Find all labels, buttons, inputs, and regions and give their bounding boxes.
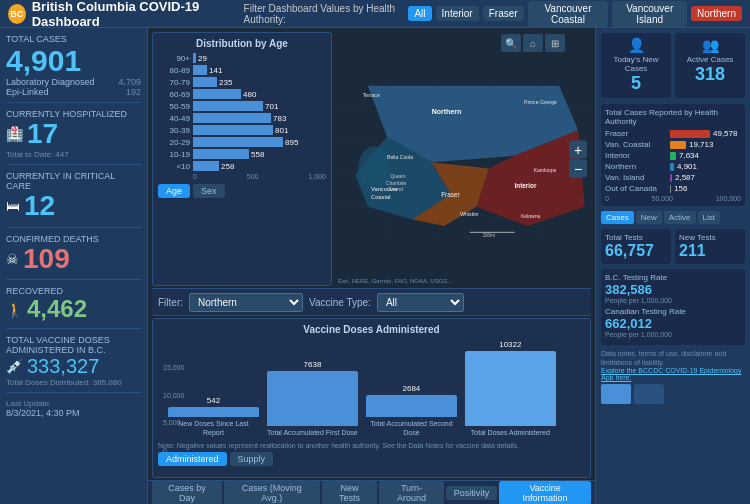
ha-bar-fill xyxy=(670,185,671,193)
age-label: 80-89 xyxy=(158,66,190,75)
ha-axis-50k: 50,000 xyxy=(652,195,673,202)
ha-tab-list[interactable]: List xyxy=(698,211,720,224)
explore-link[interactable]: Explore the BCCDC COVID-19 Epidemiology … xyxy=(601,367,745,381)
critical-care-block: Currently in Critical Care 🛏 12 xyxy=(6,171,141,228)
critical-care-label: Currently in Critical Care xyxy=(6,171,141,191)
right-sidebar: 👤 Today's New Cases 5 👥 Active Cases 318… xyxy=(595,28,750,504)
age-bar-row: <10258 xyxy=(158,161,326,171)
ha-bar-row: Out of Canada156 xyxy=(605,184,741,193)
zoom-out-btn[interactable]: − xyxy=(569,160,587,178)
age-bar xyxy=(193,161,219,171)
y-15000: 15,000 xyxy=(163,364,184,371)
filter-all[interactable]: All xyxy=(408,6,431,21)
age-bar-value: 895 xyxy=(285,138,298,147)
total-cases-block: Total Cases 4,901 Laboratory Diagnosed 4… xyxy=(6,34,141,103)
svg-text:Northern: Northern xyxy=(432,108,462,115)
hospital-icon: 🏥 xyxy=(6,126,23,142)
last-update-value: 8/3/2021, 4:30 PM xyxy=(6,408,141,418)
critical-care-value: 12 xyxy=(24,191,55,222)
todays-cases-value: 5 xyxy=(605,73,667,94)
data-notes-text: Data notes, terms of use, disclaimer and… xyxy=(601,350,726,366)
y-5000: 5,000 xyxy=(163,419,184,426)
vbar-val-1: 7638 xyxy=(304,360,322,369)
logo-area xyxy=(601,384,745,404)
vbar-1 xyxy=(267,371,358,426)
map-home-btn[interactable]: ⌂ xyxy=(523,34,543,52)
filter-van-coastal[interactable]: Vancouver Coastal xyxy=(528,1,609,27)
map-search-btn[interactable]: 🔍 xyxy=(501,34,521,52)
ha-tab-new[interactable]: New xyxy=(636,211,662,224)
tab-turn-around[interactable]: Turn-Around xyxy=(379,481,443,505)
map-toolbar: 🔍 ⌂ ⊞ xyxy=(501,34,565,52)
dashboard-title: British Columbia COVID-19 Dashboard xyxy=(32,0,244,29)
tab-age[interactable]: Age xyxy=(158,184,190,198)
filter-fraser[interactable]: Fraser xyxy=(483,6,524,21)
age-bar-value: 480 xyxy=(243,90,256,99)
hospitalized-date: Total to Date: 447 xyxy=(6,150,141,159)
ha-bars-container: Fraser49,578Van. Coastal19,713Interior7,… xyxy=(605,129,741,193)
canadian-rate-label: Canadian Testing Rate xyxy=(605,307,741,316)
tab-sex[interactable]: Sex xyxy=(193,184,225,198)
zoom-in-btn[interactable]: + xyxy=(569,141,587,159)
age-bar xyxy=(193,113,271,123)
age-bar-value: 29 xyxy=(198,54,207,63)
left-sidebar: Total Cases 4,901 Laboratory Diagnosed 4… xyxy=(0,28,148,504)
ha-bar-fill xyxy=(670,152,676,160)
filter-northern[interactable]: Northern xyxy=(691,6,742,21)
tab-supply[interactable]: Supply xyxy=(230,452,274,466)
ha-tab-cases[interactable]: Cases xyxy=(601,211,634,224)
ha-bar-value: 19,713 xyxy=(689,140,713,149)
lab-label: Laboratory Diagnosed xyxy=(6,77,95,87)
tab-positivity[interactable]: Positivity xyxy=(446,486,498,500)
ha-bar-fill xyxy=(670,141,686,149)
age-bar-row: 80-89141 xyxy=(158,65,326,75)
tab-moving-avg[interactable]: Cases (Moving Avg.) xyxy=(224,481,320,505)
tab-vaccine-info[interactable]: Vaccine Information xyxy=(499,481,591,505)
recovered-block: Recovered 🚶 4,462 xyxy=(6,286,141,328)
ha-bar-value: 2,587 xyxy=(675,173,695,182)
age-sex-tabs: Age Sex xyxy=(158,184,326,198)
total-tests-stat: Total Tests 66,757 xyxy=(601,229,671,264)
last-update-label: Last Update xyxy=(6,399,141,408)
age-bar xyxy=(193,149,249,159)
age-bar xyxy=(193,53,196,63)
filter-interior[interactable]: Interior xyxy=(436,6,479,21)
vaccine-type-select[interactable]: All Pfizer Moderna AstraZeneca xyxy=(377,293,464,312)
vbar-total-doses: 10322 Total Doses Administered xyxy=(465,340,556,437)
vbar-val-0: 542 xyxy=(207,396,220,405)
ha-bar-name: Van. Coastal xyxy=(605,140,670,149)
tab-new-tests[interactable]: New Tests xyxy=(322,481,378,505)
epi-value: 192 xyxy=(126,87,141,97)
ha-tab-active[interactable]: Active xyxy=(664,211,696,224)
new-tests-label: New Tests xyxy=(679,233,741,242)
filter-van-island[interactable]: Vancouver Island xyxy=(612,1,687,27)
ha-chart-title: Total Cases Reported by Health Authority xyxy=(605,108,741,126)
filter-bar: Filter: Northern Interior Fraser Vancouv… xyxy=(152,288,591,316)
age-bar-row: 90+29 xyxy=(158,53,326,63)
age-bar-value: 558 xyxy=(251,150,264,159)
ha-axis-100k: 100,000 xyxy=(716,195,741,202)
todays-cases-label: Today's New Cases xyxy=(605,55,667,73)
svg-text:Bella Coola: Bella Coola xyxy=(387,154,413,160)
vaccine-type-label: Vaccine Type: xyxy=(309,297,371,308)
region-filter-select[interactable]: Northern Interior Fraser Vancouver Coast… xyxy=(189,293,303,312)
svg-text:Terrace: Terrace xyxy=(363,92,380,98)
vbar-3 xyxy=(465,351,556,426)
tab-administered[interactable]: Administered xyxy=(158,452,227,466)
tab-cases-by-day[interactable]: Cases by Day xyxy=(152,481,222,505)
age-label: <10 xyxy=(158,162,190,171)
svg-text:Prince George: Prince George xyxy=(524,99,557,105)
data-notes: Data notes, terms of use, disclaimer and… xyxy=(601,349,745,367)
last-update-block: Last Update 8/3/2021, 4:30 PM xyxy=(6,399,141,418)
age-bar xyxy=(193,101,263,111)
ha-axis: 0 50,000 100,000 xyxy=(605,195,741,202)
age-label: 20-29 xyxy=(158,138,190,147)
hospitalized-block: Currently Hospitalized 🏥 17 Total to Dat… xyxy=(6,109,141,165)
age-bar xyxy=(193,77,217,87)
deaths-value: 109 xyxy=(23,244,70,275)
vaccine-chart-area: 15,000 10,000 5,000 0 542 New Doses Sinc… xyxy=(158,339,585,439)
map-layers-btn[interactable]: ⊞ xyxy=(545,34,565,52)
canadian-rate-value: 662,012 xyxy=(605,316,741,331)
age-bar-row: 10-19558 xyxy=(158,149,326,159)
vaccine-panel: Vaccine Doses Administered 15,000 10,000… xyxy=(152,318,591,478)
